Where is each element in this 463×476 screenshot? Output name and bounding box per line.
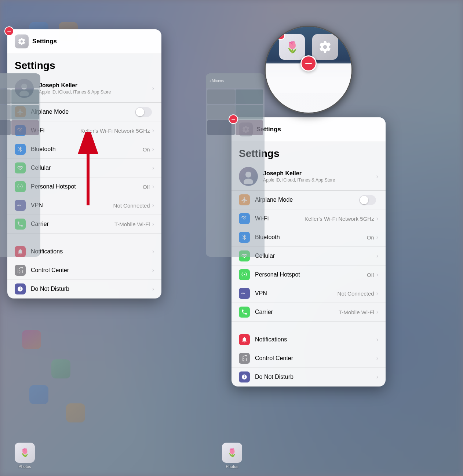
carrier-chevron: ›	[376, 309, 378, 315]
controlcenter-icon	[15, 265, 26, 276]
notifications-label: Notifications	[255, 336, 376, 343]
notifications-label: Notifications	[31, 248, 152, 255]
carrier-label: Carrier	[255, 309, 339, 315]
right-panel: 🌷	[232, 29, 386, 387]
hotspot-icon	[239, 269, 250, 280]
controlcenter-chevron: ›	[152, 267, 154, 274]
vpn-value: Not Connected	[113, 202, 150, 209]
controlcenter-label: Control Center	[255, 355, 376, 362]
right-user-name: Joseph Keller	[263, 170, 335, 177]
donotdisturb-chevron: ›	[152, 286, 154, 292]
bluetooth-chevron: ›	[376, 234, 378, 241]
right-delete-badge[interactable]	[229, 114, 238, 124]
left-user-subtitle: Apple ID, iCloud, iTunes & App Store	[39, 89, 111, 95]
controlcenter-label: Control Center	[31, 267, 152, 274]
donotdisturb-icon	[239, 371, 250, 382]
carrier-value: T-Mobile Wi-Fi	[339, 309, 374, 315]
notifications-icon	[239, 334, 250, 345]
hotspot-label: Personal Hotspot	[255, 271, 367, 278]
carrier-chevron: ›	[152, 221, 154, 227]
cellular-label: Cellular	[255, 253, 376, 259]
left-settings-title: Settings	[7, 54, 161, 74]
left-user-chevron: ›	[152, 85, 154, 92]
right-group-sep	[232, 322, 386, 330]
settings-row-carrier[interactable]: CarrierT-Mobile Wi-Fi›	[232, 303, 386, 322]
wifi-chevron: ›	[152, 127, 154, 134]
left-panel: ‹ Albums Settings Settings	[7, 29, 161, 299]
left-card-header: Settings	[7, 29, 161, 54]
bluetooth-value: On	[367, 234, 374, 241]
cellular-chevron: ›	[376, 253, 378, 259]
wifi-chevron: ›	[376, 215, 378, 222]
left-header-title: Settings	[32, 38, 57, 45]
right-dock-photos: 🌷 Photos	[222, 443, 242, 469]
notifications-chevron: ›	[376, 336, 378, 343]
settings-row-donotdisturb[interactable]: Do Not Disturb›	[232, 368, 386, 387]
vpn-label: VPN	[255, 290, 338, 297]
hotspot-value: Off	[367, 272, 374, 278]
vpn-chevron: ›	[376, 290, 378, 297]
zoom-delete-badge[interactable]	[300, 55, 317, 72]
settings-row-notifications[interactable]: Notifications›	[232, 330, 386, 349]
cellular-chevron: ›	[152, 165, 154, 171]
settings-row-hotspot[interactable]: Personal HotspotOff›	[232, 266, 386, 284]
wifi-value: Keller's Wi-Fi Network 5GHz	[305, 216, 374, 222]
donotdisturb-label: Do Not Disturb	[31, 286, 152, 292]
carrier-value: T-Mobile Wi-Fi	[114, 221, 150, 227]
settings-row-donotdisturb[interactable]: Do Not Disturb›	[7, 280, 161, 299]
left-settings-icon	[15, 34, 29, 48]
left-user-info: Joseph Keller Apple ID, iCloud, iTunes &…	[39, 82, 111, 95]
controlcenter-icon	[239, 353, 250, 364]
right-user-chevron: ›	[376, 173, 378, 180]
airplane-label: Airplane Mode	[255, 197, 359, 203]
airplane-toggle[interactable]	[359, 195, 376, 205]
hotspot-chevron: ›	[152, 183, 154, 190]
bluetooth-value: On	[143, 146, 150, 153]
left-user-name: Joseph Keller	[39, 82, 111, 89]
airplane-label: Airplane Mode	[31, 109, 135, 115]
vpn-value: Not Connected	[338, 290, 374, 297]
controlcenter-chevron: ›	[376, 355, 378, 362]
left-dock-photos: 🌷 Photos	[15, 443, 35, 469]
right-user-subtitle: Apple ID, iCloud, iTunes & App Store	[263, 177, 335, 183]
hotspot-value: Off	[143, 184, 150, 190]
right-user-info: Joseph Keller Apple ID, iCloud, iTunes &…	[263, 170, 335, 183]
red-arrow-annotation	[73, 132, 103, 207]
carrier-label: Carrier	[31, 221, 114, 227]
bluetooth-label: Bluetooth	[255, 234, 367, 241]
vpn-chevron: ›	[152, 202, 154, 209]
settings-row-controlcenter[interactable]: Control Center›	[232, 349, 386, 368]
hotspot-chevron: ›	[376, 271, 378, 278]
carrier-icon	[239, 307, 250, 318]
vpn-icon: VPN	[239, 288, 250, 299]
bluetooth-chevron: ›	[152, 146, 154, 153]
zoom-circle: 🌷	[265, 26, 353, 114]
settings-row-controlcenter[interactable]: Control Center›	[7, 261, 161, 280]
right-group2: Notifications›Control Center›Do Not Dist…	[232, 330, 386, 387]
donotdisturb-icon	[15, 283, 26, 294]
notifications-chevron: ›	[152, 248, 154, 255]
donotdisturb-label: Do Not Disturb	[255, 374, 376, 380]
settings-row-vpn[interactable]: VPNVPNNot Connected›	[232, 284, 386, 303]
airplane-toggle[interactable]	[135, 107, 152, 117]
donotdisturb-chevron: ›	[376, 374, 378, 380]
left-delete-badge[interactable]	[4, 26, 14, 36]
svg-text:VPN: VPN	[241, 292, 245, 294]
